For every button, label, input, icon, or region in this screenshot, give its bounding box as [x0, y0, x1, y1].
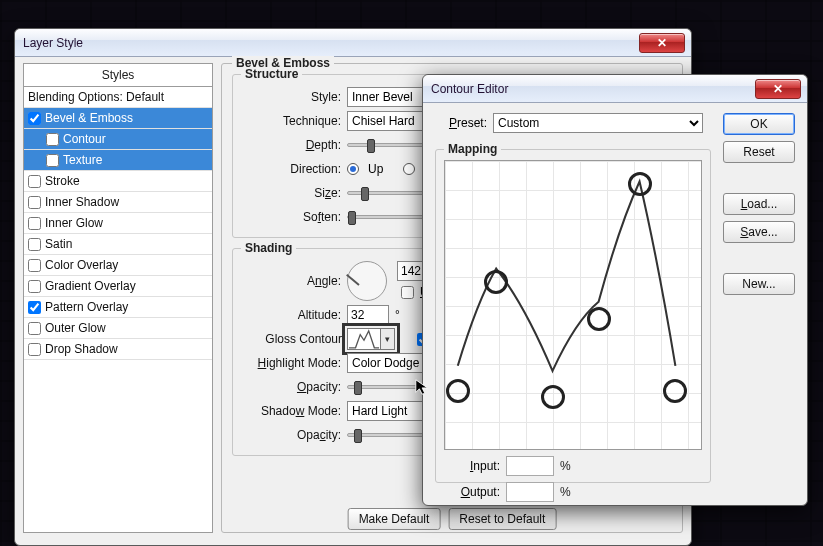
style-label-text: Texture	[63, 153, 102, 167]
style-checkbox[interactable]	[28, 175, 41, 188]
style-label-text: Gradient Overlay	[45, 279, 136, 293]
soften-label: Soften:	[241, 210, 341, 224]
contour-editor-window: Contour Editor ✕ Preset: Custom OK Reset…	[422, 74, 808, 506]
curve-handle[interactable]	[446, 379, 470, 403]
depth-label: Depth:	[241, 138, 341, 152]
styles-header: Styles	[24, 64, 212, 87]
structure-legend: Structure	[241, 67, 302, 81]
style-list-item[interactable]: Contour	[24, 129, 212, 150]
style-label-text: Blending Options: Default	[28, 90, 164, 104]
style-checkbox[interactable]	[28, 343, 41, 356]
style-checkbox[interactable]	[28, 280, 41, 293]
make-default-button[interactable]: Make Default	[348, 508, 441, 530]
gloss-contour-dropdown-icon[interactable]: ▾	[381, 328, 395, 350]
style-checkbox[interactable]	[28, 112, 41, 125]
layer-style-titlebar[interactable]: Layer Style ✕	[15, 29, 691, 57]
style-list-item[interactable]: Texture	[24, 150, 212, 171]
style-checkbox[interactable]	[46, 154, 59, 167]
style-checkbox[interactable]	[46, 133, 59, 146]
style-checkbox[interactable]	[28, 217, 41, 230]
save-button[interactable]: Save...	[723, 221, 795, 243]
style-list-item[interactable]: Inner Glow	[24, 213, 212, 234]
curve-handle[interactable]	[663, 379, 687, 403]
reset-to-default-button[interactable]: Reset to Default	[448, 508, 556, 530]
use-global-light-checkbox[interactable]	[401, 286, 414, 299]
curve-grid[interactable]	[444, 160, 702, 450]
reset-button[interactable]: Reset	[723, 141, 795, 163]
angle-dial[interactable]	[347, 261, 387, 301]
styles-list: Blending Options: DefaultBevel & EmbossC…	[24, 87, 212, 360]
style-list-item[interactable]: Bevel & Emboss	[24, 108, 212, 129]
style-label-text: Stroke	[45, 174, 80, 188]
style-checkbox[interactable]	[28, 322, 41, 335]
contour-editor-titlebar[interactable]: Contour Editor ✕	[423, 75, 807, 103]
style-checkbox[interactable]	[28, 259, 41, 272]
close-icon[interactable]: ✕	[639, 33, 685, 53]
style-list-item[interactable]: Satin	[24, 234, 212, 255]
style-label-text: Bevel & Emboss	[45, 111, 133, 125]
direction-label: Direction:	[241, 162, 341, 176]
input-label: Input:	[444, 459, 500, 473]
size-label: Size:	[241, 186, 341, 200]
input-value[interactable]	[506, 456, 554, 476]
preset-select[interactable]: Custom	[493, 113, 703, 133]
style-label-text: Pattern Overlay	[45, 300, 128, 314]
style-label-text: Outer Glow	[45, 321, 106, 335]
style-label-text: Contour	[63, 132, 106, 146]
style-list-item[interactable]: Inner Shadow	[24, 192, 212, 213]
altitude-input[interactable]: 32	[347, 305, 389, 325]
style-checkbox[interactable]	[28, 301, 41, 314]
highlight-opacity-label: Opacity:	[241, 380, 341, 394]
shadow-mode-label: Shadow Mode:	[241, 404, 341, 418]
style-list-item[interactable]: Stroke	[24, 171, 212, 192]
style-label-text: Drop Shadow	[45, 342, 118, 356]
curve-handle[interactable]	[541, 385, 565, 409]
style-list-item[interactable]: Drop Shadow	[24, 339, 212, 360]
style-checkbox[interactable]	[28, 238, 41, 251]
direction-down-radio[interactable]	[403, 163, 415, 175]
style-list-item[interactable]: Pattern Overlay	[24, 297, 212, 318]
contour-editor-title: Contour Editor	[429, 82, 508, 96]
curve-handle[interactable]	[484, 270, 508, 294]
curve-handle[interactable]	[587, 307, 611, 331]
shading-legend: Shading	[241, 241, 296, 255]
output-label: Output:	[444, 485, 500, 499]
style-list-item[interactable]: Outer Glow	[24, 318, 212, 339]
gloss-contour-picker[interactable]	[347, 328, 381, 350]
mapping-legend: Mapping	[444, 142, 501, 156]
highlight-mode-label: Highlight Mode:	[241, 356, 341, 370]
style-label-text: Color Overlay	[45, 258, 118, 272]
angle-label: Angle:	[241, 274, 341, 288]
close-icon[interactable]: ✕	[755, 79, 801, 99]
direction-up-radio[interactable]	[347, 163, 359, 175]
preset-label: Preset:	[435, 116, 487, 130]
shadow-opacity-label: Opacity:	[241, 428, 341, 442]
new-button[interactable]: New...	[723, 273, 795, 295]
style-list-item[interactable]: Blending Options: Default	[24, 87, 212, 108]
ok-button[interactable]: OK	[723, 113, 795, 135]
layer-style-title: Layer Style	[21, 36, 83, 50]
gloss-contour-label: Gloss Contour	[241, 332, 341, 346]
style-label: Style:	[241, 90, 341, 104]
style-label-text: Inner Glow	[45, 216, 103, 230]
output-value[interactable]	[506, 482, 554, 502]
load-button[interactable]: Load...	[723, 193, 795, 215]
style-checkbox[interactable]	[28, 196, 41, 209]
curve-handle[interactable]	[628, 172, 652, 196]
altitude-label: Altitude:	[241, 308, 341, 322]
style-list-item[interactable]: Color Overlay	[24, 255, 212, 276]
style-list-item[interactable]: Gradient Overlay	[24, 276, 212, 297]
styles-panel: Styles Blending Options: DefaultBevel & …	[23, 63, 213, 533]
style-label-text: Satin	[45, 237, 72, 251]
direction-up-label: Up	[368, 162, 383, 176]
technique-label: Technique:	[241, 114, 341, 128]
mapping-group: Mapping Input: % Output: %	[435, 149, 711, 483]
style-label-text: Inner Shadow	[45, 195, 119, 209]
